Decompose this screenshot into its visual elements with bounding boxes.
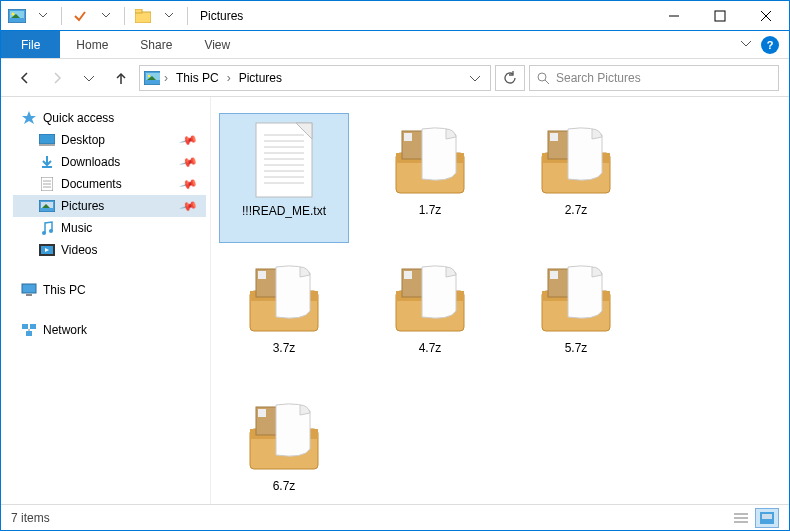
file-name: 1.7z xyxy=(419,203,442,217)
svg-rect-65 xyxy=(404,271,412,279)
tab-home[interactable]: Home xyxy=(60,31,124,58)
app-icon[interactable] xyxy=(5,5,29,27)
svg-rect-39 xyxy=(256,123,312,197)
pictures-folder-icon xyxy=(144,70,160,86)
file-tab[interactable]: File xyxy=(1,31,60,58)
svg-rect-19 xyxy=(39,144,55,146)
archive-file-icon xyxy=(390,257,470,337)
network-item[interactable]: Network xyxy=(13,319,206,341)
file-item[interactable]: 3.7z xyxy=(219,251,349,381)
help-icon[interactable]: ? xyxy=(761,36,779,54)
text-file-icon xyxy=(244,120,324,200)
details-view-button[interactable] xyxy=(729,508,753,528)
item-count: 7 items xyxy=(11,511,50,525)
sidebar-item-documents[interactable]: Documents📌 xyxy=(13,173,206,195)
quick-access-header[interactable]: Quick access xyxy=(13,107,206,129)
pin-icon: 📌 xyxy=(179,174,199,194)
icons-view-button[interactable] xyxy=(755,508,779,528)
sidebar-item-videos[interactable]: Videos xyxy=(13,239,206,261)
address-dropdown-icon[interactable] xyxy=(464,74,486,82)
file-item[interactable]: !!!READ_ME.txt xyxy=(219,113,349,243)
breadcrumb-segment[interactable]: This PC xyxy=(172,69,223,87)
ribbon-tabs: File Home Share View ? xyxy=(1,31,789,59)
back-button[interactable] xyxy=(11,64,39,92)
desktop-icon xyxy=(39,132,55,148)
file-item[interactable]: 2.7z xyxy=(511,113,641,243)
svg-rect-4 xyxy=(135,12,151,23)
maximize-button[interactable] xyxy=(697,1,743,31)
star-icon xyxy=(21,110,37,126)
archive-file-icon xyxy=(536,119,616,199)
pictures-icon xyxy=(39,198,55,214)
file-name: 4.7z xyxy=(419,341,442,355)
pin-icon: 📌 xyxy=(179,130,199,150)
chevron-down-icon[interactable] xyxy=(157,5,181,27)
file-item[interactable]: 5.7z xyxy=(511,251,641,381)
file-name: 5.7z xyxy=(565,341,588,355)
window-title: Pictures xyxy=(200,9,243,23)
archive-file-icon xyxy=(244,257,324,337)
close-button[interactable] xyxy=(743,1,789,31)
network-label: Network xyxy=(43,323,87,337)
folder-icon[interactable] xyxy=(131,5,155,27)
svg-rect-7 xyxy=(715,11,725,21)
archive-file-icon xyxy=(244,395,324,475)
this-pc-item[interactable]: This PC xyxy=(13,279,206,301)
tab-share[interactable]: Share xyxy=(124,31,188,58)
music-icon xyxy=(39,220,55,236)
pin-icon: 📌 xyxy=(179,196,199,216)
checkmark-icon[interactable] xyxy=(68,5,92,27)
file-name: 3.7z xyxy=(273,341,296,355)
svg-rect-78 xyxy=(762,514,772,519)
archive-file-icon xyxy=(390,119,470,199)
svg-rect-5 xyxy=(135,9,142,13)
svg-rect-61 xyxy=(258,271,266,279)
chevron-right-icon[interactable]: › xyxy=(162,71,170,85)
sidebar-item-music[interactable]: Music xyxy=(13,217,206,239)
file-item[interactable]: 6.7z xyxy=(219,389,349,519)
svg-rect-33 xyxy=(22,284,36,293)
svg-rect-36 xyxy=(30,324,36,329)
expand-ribbon-icon[interactable] xyxy=(741,41,751,49)
search-input[interactable]: Search Pictures xyxy=(529,65,779,91)
sidebar-item-desktop[interactable]: Desktop📌 xyxy=(13,129,206,151)
documents-icon xyxy=(39,176,55,192)
svg-rect-37 xyxy=(26,331,32,336)
breadcrumb-segment[interactable]: Pictures xyxy=(235,69,286,87)
chevron-down-icon[interactable] xyxy=(94,5,118,27)
sidebar-item-downloads[interactable]: Downloads📌 xyxy=(13,151,206,173)
up-button[interactable] xyxy=(107,64,135,92)
recent-locations-button[interactable] xyxy=(75,64,103,92)
chevron-right-icon[interactable]: › xyxy=(225,71,233,85)
svg-rect-73 xyxy=(258,409,266,417)
forward-button[interactable] xyxy=(43,64,71,92)
navigation-bar: › This PC › Pictures Search Pictures xyxy=(1,59,789,97)
svg-point-28 xyxy=(42,231,46,235)
chevron-down-icon[interactable] xyxy=(31,5,55,27)
address-bar[interactable]: › This PC › Pictures xyxy=(139,65,491,91)
svg-point-15 xyxy=(538,73,546,81)
file-item[interactable]: 4.7z xyxy=(365,251,495,381)
title-bar: Pictures xyxy=(1,1,789,31)
tab-view[interactable]: View xyxy=(188,31,246,58)
svg-point-2 xyxy=(12,12,15,15)
minimize-button[interactable] xyxy=(651,1,697,31)
quick-access-label: Quick access xyxy=(43,111,114,125)
file-name: 2.7z xyxy=(565,203,588,217)
file-name: !!!READ_ME.txt xyxy=(242,204,326,218)
svg-point-13 xyxy=(148,74,150,76)
refresh-button[interactable] xyxy=(495,65,525,91)
downloads-icon xyxy=(39,154,55,170)
sidebar-item-label: Videos xyxy=(61,243,97,257)
search-icon xyxy=(536,71,550,85)
file-grid[interactable]: !!!READ_ME.txt1.7z2.7z3.7z4.7z5.7z6.7z xyxy=(211,97,789,504)
navigation-pane: Quick access Desktop📌Downloads📌Documents… xyxy=(1,97,211,504)
this-pc-label: This PC xyxy=(43,283,86,297)
svg-rect-18 xyxy=(39,134,55,144)
file-item[interactable]: 1.7z xyxy=(365,113,495,243)
sidebar-item-label: Desktop xyxy=(61,133,105,147)
window-controls xyxy=(651,1,789,31)
svg-rect-35 xyxy=(22,324,28,329)
sidebar-item-pictures[interactable]: Pictures📌 xyxy=(13,195,206,217)
svg-rect-57 xyxy=(550,133,558,141)
